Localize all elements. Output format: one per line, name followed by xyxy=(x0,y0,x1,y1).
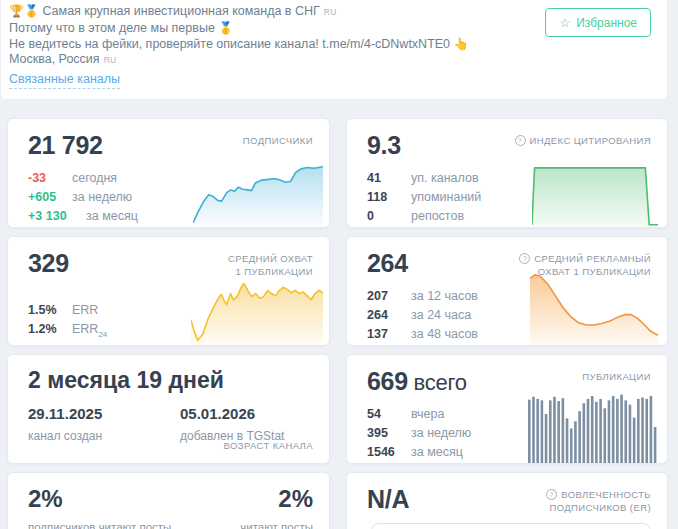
subscribers-sparkline-chart xyxy=(193,157,323,227)
stat-label: за месяц xyxy=(411,443,463,462)
stat-row: 0 репостов xyxy=(367,207,481,226)
ad-reach-stats: 207 за 12 часов 264 за 24 часа 137 за 48… xyxy=(367,287,478,344)
citation-stats: 41 уп. каналов 118 упоминаний 0 репостов xyxy=(367,169,481,226)
channel-age-card: 2 месяца 19 дней 29.11.2025 канал создан… xyxy=(7,354,330,464)
stat-value: 118 xyxy=(367,188,411,207)
publications-bar-chart xyxy=(528,391,658,463)
stat-row: 395 за неделю xyxy=(367,424,471,443)
description-line-2: Потому что в этом деле мы первые 🥇 xyxy=(9,21,469,37)
average-reach-card: 329 СРЕДНИЙ ОХВАТ 1 ПУБЛИКАЦИИ 1.5% ERR … xyxy=(7,236,330,346)
ad-reach-value: 264 xyxy=(367,249,408,278)
star-icon: ☆ xyxy=(559,16,570,30)
stat-label: репостов xyxy=(411,207,464,226)
channel-age-value: 2 месяца 19 дней xyxy=(28,367,224,394)
subscribers-card: 21 792 ПОДПИСЧИКИ -33 сегодня +605 за не… xyxy=(7,118,330,228)
stat-row: 1.5% ERR xyxy=(28,301,107,320)
stat-label: за 24 часа xyxy=(411,306,471,325)
stat-row: 207 за 12 часов xyxy=(367,287,478,306)
stat-value: +605 xyxy=(28,188,72,207)
stat-value: 54 xyxy=(367,405,411,424)
channel-created-date: 29.11.2025 xyxy=(28,405,102,422)
channel-age-card-title: ВОЗРАСТ КАНАЛА xyxy=(224,440,313,451)
ad-reach-card: 264 ? СРЕДНИЙ РЕКЛАМНЫЙ ОХВАТ 1 ПУБЛИКАЦ… xyxy=(346,236,668,346)
stat-label: уп. каналов xyxy=(411,169,479,188)
stat-value: 1.5% xyxy=(28,301,72,320)
favorite-button-label: Избранное xyxy=(576,16,637,30)
publications-total-suffix: всего xyxy=(408,370,467,395)
stat-label: вчера xyxy=(411,405,444,424)
publications-card: 669 всего ПУБЛИКАЦИИ 54 вчера 395 за нед… xyxy=(346,354,668,464)
tgstat-added-date: 05.01.2026 xyxy=(180,405,284,422)
citation-sparkline-chart xyxy=(532,160,658,226)
stat-row: 1.2% ERR24 xyxy=(28,320,107,344)
favorite-button[interactable]: ☆ Избранное xyxy=(545,8,651,37)
stat-value: 41 xyxy=(367,169,411,188)
description-text: Самая крупная инвестиционная команда в С… xyxy=(42,4,319,18)
stat-label: упоминаний xyxy=(411,188,481,207)
stat-label: за неделю xyxy=(72,188,132,207)
subscribers-count: 21 792 xyxy=(28,131,103,160)
medal-icon: 🥇 xyxy=(218,21,233,35)
subscribers-card-title: ПОДПИСЧИКИ xyxy=(243,134,313,147)
stat-row: 264 за 24 часа xyxy=(367,306,478,325)
stat-value: 137 xyxy=(367,325,411,344)
stat-row: 1546 за месяц xyxy=(367,443,471,462)
er-read-left-label: подписчиков читают посты xyxy=(28,521,171,529)
stat-label: за неделю xyxy=(411,424,471,443)
tgstat-added-block: 05.01.2026 добавлен в TGStat xyxy=(180,405,284,443)
channel-created-block: 29.11.2025 канал создан xyxy=(28,405,102,443)
info-icon[interactable]: ? xyxy=(519,253,530,264)
info-icon[interactable]: ? xyxy=(546,489,557,500)
card-title-text: ВОВЛЕЧЕННОСТЬ xyxy=(561,488,651,501)
description-line-4: Москва, РоссияRU xyxy=(9,52,469,69)
err-subscript: 24 xyxy=(98,330,107,339)
err-stats: 1.5% ERR 1.2% ERR24 xyxy=(28,301,107,344)
lang-badge: RU xyxy=(324,7,337,17)
citation-card-title: ? ИНДЕКС ЦИТИРОВАНИЯ xyxy=(515,134,652,147)
subscribers-stats: -33 сегодня +605 за неделю +3 130 за мес… xyxy=(28,169,138,226)
stat-row: -33 сегодня xyxy=(28,169,138,188)
publications-card-title: ПУБЛИКАЦИИ xyxy=(582,370,651,383)
pointing-hand-icon: 👆 xyxy=(454,37,469,51)
lang-badge: RU xyxy=(104,55,117,65)
er-read-right-label: читают посты xyxy=(240,521,313,529)
trophy-medal-icon: 🏆🥇 xyxy=(9,4,39,18)
stat-value: 207 xyxy=(367,287,411,306)
er-read-left-value: 2% xyxy=(28,485,63,513)
channel-location: Москва, Россия xyxy=(9,52,100,66)
related-channels-link[interactable]: Связанные каналы xyxy=(9,72,120,89)
stat-label: ERR xyxy=(72,301,98,320)
stat-row: 137 за 48 часов xyxy=(367,325,478,344)
publications-total: 669 всего xyxy=(367,367,467,396)
citation-index-card: 9.3 ? ИНДЕКС ЦИТИРОВАНИЯ 41 уп. каналов … xyxy=(346,118,668,228)
stat-value: 1.2% xyxy=(28,320,72,344)
stat-value: 0 xyxy=(367,207,411,226)
card-title-text: ИНДЕКС ЦИТИРОВАНИЯ xyxy=(530,134,652,147)
er-read-right-value: 2% xyxy=(278,485,313,513)
stat-row: +605 за неделю xyxy=(28,188,138,207)
engagement-card: N/A ? ВОВЛЕЧЕННОСТЬ ПОДПИСЧИКОВ (ER) xyxy=(346,472,668,529)
description-line-3: Не ведитесь на фейки, проверяйте описани… xyxy=(9,37,469,53)
description-text: Потому что в этом деле мы первые xyxy=(9,21,215,35)
stat-label: за 12 часов xyxy=(411,287,478,306)
card-title-text: СРЕДНИЙ РЕКЛАМНЫЙ xyxy=(534,252,651,265)
ad-reach-sparkline-chart xyxy=(530,271,658,345)
stat-row: +3 130 за месяц xyxy=(28,207,138,226)
engagement-value: N/A xyxy=(367,485,409,514)
average-reach-sparkline-chart xyxy=(191,267,323,345)
card-title-text: ПОДПИСЧИКОВ (ER) xyxy=(549,501,651,514)
citation-index-value: 9.3 xyxy=(367,131,401,160)
average-reach-value: 329 xyxy=(28,249,69,278)
stat-value: 395 xyxy=(367,424,411,443)
card-title-text: СРЕДНИЙ ОХВАТ xyxy=(228,252,313,265)
stat-label: сегодня xyxy=(72,169,117,188)
stat-value: 1546 xyxy=(367,443,411,462)
stat-label: ERR24 xyxy=(72,320,107,344)
stat-label: за 48 часов xyxy=(411,325,478,344)
stat-value: +3 130 xyxy=(28,207,86,226)
engagement-inner-panel xyxy=(371,523,651,529)
stat-value: 264 xyxy=(367,306,411,325)
info-icon[interactable]: ? xyxy=(515,135,526,146)
stat-label: за месяц xyxy=(86,207,138,226)
engagement-card-title: ? ВОВЛЕЧЕННОСТЬ ПОДПИСЧИКОВ (ER) xyxy=(546,488,651,514)
